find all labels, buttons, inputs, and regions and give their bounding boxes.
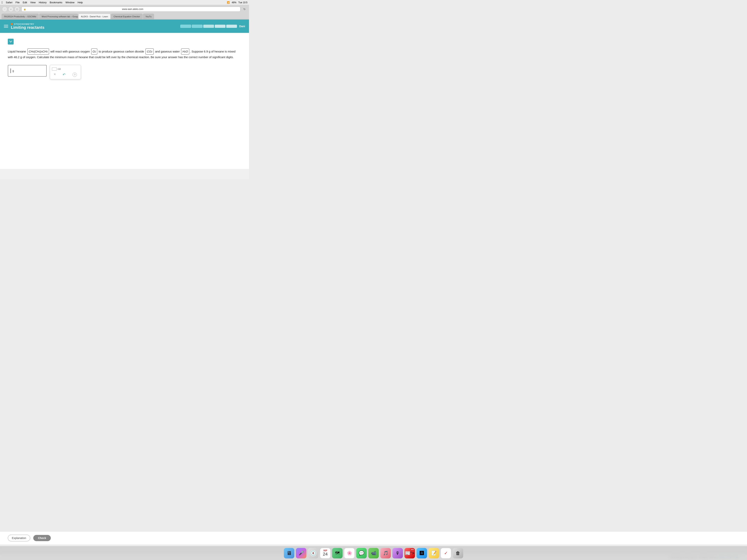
calc-header: ×10 xyxy=(52,68,79,71)
calc-help-button[interactable]: ? xyxy=(73,73,77,77)
nav-bar: ‹ › □ 🔒 www-awn.aleks.com ↻ xyxy=(0,5,249,13)
tab-aleks[interactable]: ALEKS - Daniel Ruiz - Learn xyxy=(78,14,110,19)
menu-safari[interactable]: Safari xyxy=(6,1,12,4)
header-topic: Limiting reactants xyxy=(11,25,180,30)
calc-close-button[interactable]: × xyxy=(54,73,56,77)
progress-bar-5 xyxy=(226,25,237,28)
battery-indicator: 48% xyxy=(232,1,236,4)
text-cursor xyxy=(10,69,11,73)
calculator-popup: ×10 × ↶ ? xyxy=(50,65,81,79)
unit-label: g xyxy=(12,69,14,72)
menu-bookmarks[interactable]: Bookmarks xyxy=(50,1,62,4)
nav-buttons[interactable]: ‹ › □ xyxy=(2,6,20,12)
problem-text-before: Liquid hexane xyxy=(8,50,26,53)
problem-text: Liquid hexane CH3(CH2)4CH3 will react wi… xyxy=(8,48,241,59)
formula-water: H2O xyxy=(181,48,189,55)
aleks-page: STOICHIOMETRY Limiting reactants Dani Li… xyxy=(0,20,249,179)
menu-history[interactable]: History xyxy=(39,1,47,4)
back-button[interactable]: ‹ xyxy=(2,6,7,12)
progress-bar-3 xyxy=(203,25,214,28)
problem-text-mid2: to produce gaseous carbon dioxide xyxy=(99,50,144,53)
address-bar[interactable]: 🔒 www-awn.aleks.com xyxy=(21,7,240,12)
formula-co2: CO2 xyxy=(146,48,154,55)
menu-apple[interactable]:  xyxy=(2,1,3,4)
browser-chrome: ‹ › □ 🔒 www-awn.aleks.com ↻ FA19S1H Prod… xyxy=(0,5,249,20)
tab-ggcwiki[interactable]: FA19S1H Productivity – GGCWiki xyxy=(2,14,39,19)
main-content: Liquid hexane CH3(CH2)4CH3 will react wi… xyxy=(0,33,249,169)
calc-undo-button[interactable]: ↶ xyxy=(62,73,66,77)
header-category: STOICHIOMETRY xyxy=(11,23,180,25)
wifi-icon: 📶 xyxy=(227,1,230,4)
calc-x10-label: ×10 xyxy=(57,68,61,70)
clock: Tue 10:5 xyxy=(238,1,248,4)
menu-edit[interactable]: Edit xyxy=(23,1,27,4)
category-dot xyxy=(11,23,13,25)
url-text[interactable]: www-awn.aleks.com xyxy=(27,8,238,10)
tab-chem-checker[interactable]: Chemical Equation Checker xyxy=(111,14,143,19)
header-username: Dani xyxy=(239,25,245,28)
menu-help[interactable]: Help xyxy=(78,1,83,4)
header-title-section: STOICHIOMETRY Limiting reactants xyxy=(11,23,180,30)
problem-text-mid1: will react with gaseous oxygen xyxy=(50,50,90,53)
reload-button[interactable]: ↻ xyxy=(242,7,247,12)
chevron-down-icon xyxy=(9,41,12,43)
answer-box[interactable]: g xyxy=(8,65,47,77)
formula-oxygen: O2 xyxy=(91,48,97,55)
problem-text-mid3: and gaseous water xyxy=(155,50,180,53)
dropdown-arrow[interactable] xyxy=(8,39,14,45)
menu-view[interactable]: View xyxy=(30,1,35,4)
header-right: Dani xyxy=(180,25,245,28)
tabs-bar[interactable]: FA19S1H Productivity – GGCWiki Word Proc… xyxy=(0,13,249,20)
calc-display xyxy=(52,68,57,71)
menu-bar:  Safari File Edit View History Bookmark… xyxy=(0,0,249,5)
menu-items[interactable]:  Safari File Edit View History Bookmark… xyxy=(2,1,83,4)
hamburger-menu[interactable] xyxy=(4,25,8,28)
tab-youtube[interactable]: YouTu xyxy=(143,14,154,19)
progress-bar-2 xyxy=(192,25,203,28)
tab-google-docs[interactable]: Word Processing software lab – Google Do… xyxy=(39,14,78,19)
progress-bar-4 xyxy=(215,25,226,28)
progress-bars xyxy=(180,25,237,28)
lock-icon: 🔒 xyxy=(24,8,26,10)
answer-section: g ×10 × ↶ ? xyxy=(8,65,241,79)
formula-hexane: CH3(CH2)4CH3 xyxy=(27,48,49,55)
menu-window[interactable]: Window xyxy=(66,1,75,4)
menubar-right: 📶 48% Tue 10:5 xyxy=(227,1,248,4)
forward-button[interactable]: › xyxy=(8,6,14,12)
progress-bar-1 xyxy=(180,25,191,28)
tab-view-button[interactable]: □ xyxy=(15,6,20,12)
aleks-header: STOICHIOMETRY Limiting reactants Dani xyxy=(0,20,249,33)
calc-buttons[interactable]: × ↶ ? xyxy=(52,73,79,77)
menu-file[interactable]: File xyxy=(16,1,20,4)
